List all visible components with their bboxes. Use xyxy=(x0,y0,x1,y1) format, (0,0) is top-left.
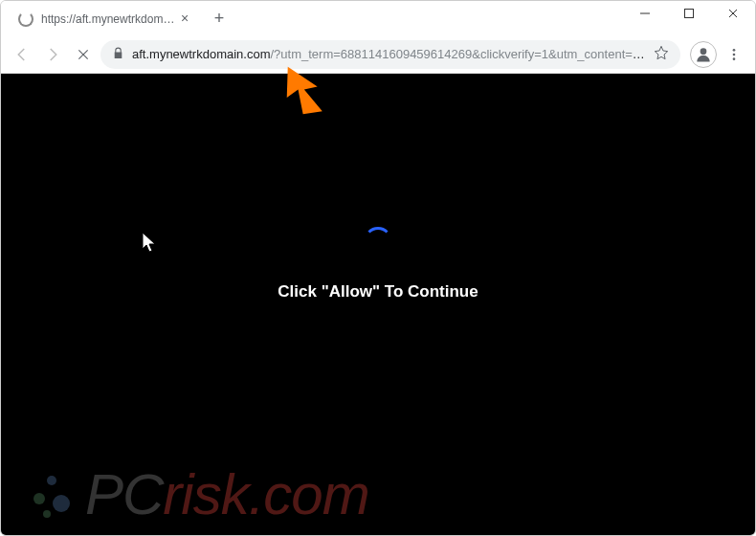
lock-icon xyxy=(112,47,124,62)
loading-spinner-icon xyxy=(364,227,392,256)
url-text: aft.mynewtrkdomain.com/?utm_term=6881141… xyxy=(132,47,646,61)
watermark-logo-icon xyxy=(33,466,79,524)
back-button[interactable] xyxy=(9,41,35,68)
tab-title: https://aft.mynewtrkdomain.com xyxy=(41,12,177,26)
url-host: aft.mynewtrkdomain.com xyxy=(132,47,271,61)
forward-button[interactable] xyxy=(39,41,66,68)
bookmark-star-icon[interactable] xyxy=(654,45,669,63)
person-icon xyxy=(694,45,713,64)
svg-point-9 xyxy=(733,57,736,60)
browser-tab[interactable]: https://aft.mynewtrkdomain.com × xyxy=(9,3,200,35)
svg-point-6 xyxy=(700,48,707,55)
profile-avatar-button[interactable] xyxy=(690,41,717,68)
watermark-text: PCrisk.com xyxy=(85,461,369,527)
stop-reload-button[interactable] xyxy=(70,41,97,68)
tab-close-icon[interactable]: × xyxy=(177,11,192,27)
kebab-menu-icon xyxy=(726,47,742,62)
window-close-button[interactable] xyxy=(711,1,755,30)
url-path: /?utm_term=6881141609459614269&clickveri… xyxy=(271,47,647,61)
new-tab-button[interactable]: + xyxy=(206,5,233,32)
page-content: Click "Allow" To Continue PCrisk.com xyxy=(1,74,755,535)
tab-loading-spinner-icon xyxy=(18,11,33,27)
allow-message: Click "Allow" To Continue xyxy=(1,282,755,302)
address-bar[interactable]: aft.mynewtrkdomain.com/?utm_term=6881141… xyxy=(100,40,680,69)
menu-button[interactable] xyxy=(721,41,747,68)
window-minimize-button[interactable] xyxy=(623,1,667,30)
window-maximize-button[interactable] xyxy=(667,1,711,30)
svg-point-7 xyxy=(733,49,736,52)
svg-rect-1 xyxy=(685,10,694,18)
svg-point-8 xyxy=(733,53,736,56)
window-controls xyxy=(623,1,755,30)
browser-toolbar: aft.mynewtrkdomain.com/?utm_term=6881141… xyxy=(1,35,755,74)
watermark: PCrisk.com xyxy=(33,461,369,527)
window-titlebar: https://aft.mynewtrkdomain.com × + xyxy=(1,1,755,35)
